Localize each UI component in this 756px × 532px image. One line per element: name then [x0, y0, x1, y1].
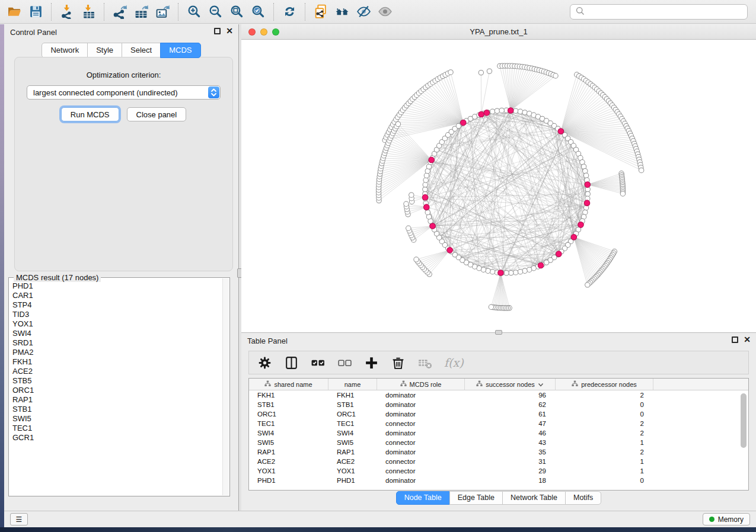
result-node[interactable]: TID3: [12, 310, 229, 319]
column-header-shared-name[interactable]: shared name: [249, 379, 328, 390]
network-node[interactable]: [479, 70, 483, 75]
network-node[interactable]: [583, 173, 588, 178]
network-node[interactable]: [489, 305, 493, 309]
result-node[interactable]: PMA2: [12, 348, 229, 357]
result-node[interactable]: STB5: [12, 376, 229, 386]
close-panel-icon[interactable]: ✕: [226, 28, 233, 34]
zoom-window-light[interactable]: [272, 28, 279, 36]
network-node-selected[interactable]: [508, 108, 513, 114]
result-node[interactable]: SRD1: [12, 338, 229, 348]
copy-style-icon[interactable]: [310, 2, 331, 21]
columns-icon[interactable]: [284, 355, 299, 370]
hide-selected-icon[interactable]: [353, 2, 374, 21]
network-node[interactable]: [527, 267, 531, 272]
network-node[interactable]: [522, 268, 527, 273]
network-node-selected[interactable]: [538, 262, 544, 268]
result-node[interactable]: RAP1: [12, 395, 229, 405]
search-box[interactable]: [570, 4, 748, 20]
network-node-selected[interactable]: [430, 223, 436, 229]
list-menu-button[interactable]: ☰: [10, 513, 28, 525]
save-session-icon[interactable]: [25, 2, 46, 21]
column-header-successor-nodes[interactable]: successor nodes: [465, 379, 556, 390]
network-node-selected[interactable]: [447, 247, 453, 253]
first-neighbors-icon[interactable]: [331, 2, 353, 21]
table-row[interactable]: PHD1PHD1dominator180: [249, 476, 748, 485]
result-node[interactable]: CAR1: [12, 291, 229, 300]
table-row[interactable]: ACE2ACE2connector311: [249, 457, 748, 466]
network-node[interactable]: [406, 226, 411, 230]
settings-gear-icon[interactable]: [257, 355, 272, 370]
result-node[interactable]: FKH1: [12, 357, 229, 367]
network-node[interactable]: [583, 168, 588, 173]
zoom-fit-icon[interactable]: [226, 2, 247, 21]
export-image-icon[interactable]: [152, 2, 173, 21]
network-node[interactable]: [487, 69, 492, 73]
tab-node-table[interactable]: Node Table: [396, 491, 450, 505]
network-node[interactable]: [448, 70, 453, 75]
tab-edge-table[interactable]: Edge Table: [449, 491, 503, 505]
network-node-selected[interactable]: [556, 251, 562, 257]
network-node[interactable]: [486, 268, 490, 273]
float-panel-icon[interactable]: [732, 336, 738, 343]
table-row[interactable]: RAP1RAP1dominator352: [249, 447, 748, 457]
add-row-icon[interactable]: [364, 355, 379, 370]
network-node-selected[interactable]: [460, 120, 466, 126]
network-node[interactable]: [423, 187, 428, 191]
network-node[interactable]: [499, 108, 504, 113]
memory-button[interactable]: Memory: [703, 513, 750, 525]
network-node-selected[interactable]: [429, 157, 435, 163]
table-row[interactable]: TEC1TEC1connector472: [249, 419, 748, 428]
network-node[interactable]: [518, 109, 522, 114]
deselect-all-icon[interactable]: [337, 355, 352, 370]
tab-network[interactable]: Network: [42, 43, 88, 58]
network-node-selected[interactable]: [479, 111, 484, 117]
network-canvas[interactable]: [241, 40, 756, 332]
network-node[interactable]: [585, 283, 590, 287]
network-node[interactable]: [639, 168, 643, 172]
network-node-selected[interactable]: [423, 204, 429, 210]
network-node-selected[interactable]: [585, 182, 591, 188]
network-node-selected[interactable]: [584, 200, 590, 206]
network-node[interactable]: [425, 210, 430, 214]
network-node[interactable]: [513, 108, 518, 113]
export-network-icon[interactable]: [109, 2, 130, 21]
result-scrollbar[interactable]: [222, 278, 229, 495]
show-all-icon[interactable]: [374, 2, 395, 21]
table-row[interactable]: YOX1YOX1connector291: [249, 466, 748, 476]
tab-style[interactable]: Style: [87, 43, 122, 58]
result-node[interactable]: STB1: [12, 405, 229, 414]
network-node[interactable]: [509, 270, 513, 275]
delete-row-icon[interactable]: [391, 355, 406, 370]
import-table-icon[interactable]: [78, 2, 99, 21]
result-node[interactable]: TEC1: [12, 424, 229, 433]
table-row[interactable]: STB1STB1dominator620: [249, 400, 748, 409]
network-node[interactable]: [518, 270, 522, 274]
run-mcds-button[interactable]: Run MCDS: [61, 107, 119, 121]
column-header-MCDS-role[interactable]: MCDS role: [377, 379, 465, 390]
network-node[interactable]: [620, 191, 625, 196]
result-node[interactable]: GCR1: [12, 433, 229, 443]
network-node[interactable]: [513, 270, 518, 275]
network-node-selected[interactable]: [484, 110, 490, 116]
refresh-icon[interactable]: [279, 2, 300, 21]
close-panel-icon[interactable]: ✕: [744, 336, 751, 343]
network-node-selected[interactable]: [498, 270, 504, 276]
result-node[interactable]: ORC1: [12, 386, 229, 395]
table-row[interactable]: FKH1FKH1dominator962: [249, 390, 748, 400]
criterion-select[interactable]: largest connected component (undirected): [27, 85, 221, 100]
result-node[interactable]: SWI4: [12, 329, 229, 338]
network-node-selected[interactable]: [558, 129, 564, 134]
network-node[interactable]: [424, 173, 429, 178]
export-table-icon[interactable]: [130, 2, 152, 21]
minimize-window-light[interactable]: [260, 28, 267, 36]
tab-network-table[interactable]: Network Table: [502, 491, 566, 505]
network-node[interactable]: [423, 182, 428, 187]
table-scrollbar-thumb[interactable]: [741, 393, 747, 448]
result-node[interactable]: PHD1: [12, 281, 229, 291]
tab-motifs[interactable]: Motifs: [565, 491, 601, 505]
column-header-name[interactable]: name: [328, 379, 377, 390]
table-row[interactable]: SWI4SWI4dominator462: [249, 428, 748, 438]
network-node-selected[interactable]: [571, 234, 577, 240]
network-node[interactable]: [553, 73, 558, 78]
select-all-icon[interactable]: [311, 355, 326, 370]
